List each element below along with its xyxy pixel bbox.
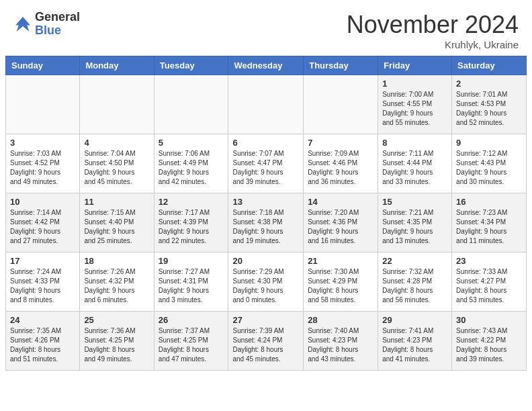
day-cell-4-0: 24Sunrise: 7:35 AM Sunset: 4:26 PM Dayli… [6, 312, 80, 371]
day-cell-0-0 [6, 75, 80, 134]
day-cell-2-1: 11Sunrise: 7:15 AM Sunset: 4:40 PM Dayli… [80, 193, 154, 253]
day-number: 20 [232, 256, 299, 266]
day-number: 13 [232, 197, 299, 207]
day-number: 17 [10, 256, 75, 266]
day-number: 3 [10, 138, 75, 148]
location: Kruhlyk, Ukraine [347, 39, 519, 50]
day-info: Sunrise: 7:07 AM Sunset: 4:47 PM Dayligh… [232, 149, 299, 187]
day-cell-1-5: 8Sunrise: 7:11 AM Sunset: 4:44 PM Daylig… [378, 134, 452, 193]
day-cell-4-1: 25Sunrise: 7:36 AM Sunset: 4:25 PM Dayli… [80, 312, 154, 371]
day-cell-3-1: 18Sunrise: 7:26 AM Sunset: 4:32 PM Dayli… [80, 253, 154, 312]
day-info: Sunrise: 7:17 AM Sunset: 4:39 PM Dayligh… [159, 208, 224, 246]
week-row-0: 1Sunrise: 7:00 AM Sunset: 4:55 PM Daylig… [6, 75, 527, 134]
day-cell-2-3: 13Sunrise: 7:18 AM Sunset: 4:38 PM Dayli… [228, 193, 304, 253]
day-cell-1-0: 3Sunrise: 7:03 AM Sunset: 4:52 PM Daylig… [6, 134, 80, 193]
day-info: Sunrise: 7:00 AM Sunset: 4:55 PM Dayligh… [382, 90, 447, 128]
header-wednesday: Wednesday [228, 56, 304, 75]
day-number: 29 [382, 315, 447, 325]
day-info: Sunrise: 7:33 AM Sunset: 4:27 PM Dayligh… [456, 267, 522, 305]
day-info: Sunrise: 7:37 AM Sunset: 4:25 PM Dayligh… [159, 326, 224, 364]
day-number: 21 [308, 256, 373, 266]
logo-general: General [35, 11, 80, 24]
day-cell-3-3: 20Sunrise: 7:29 AM Sunset: 4:30 PM Dayli… [228, 253, 304, 312]
day-cell-4-5: 29Sunrise: 7:41 AM Sunset: 4:23 PM Dayli… [378, 312, 452, 371]
day-info: Sunrise: 7:18 AM Sunset: 4:38 PM Dayligh… [232, 208, 299, 246]
day-info: Sunrise: 7:20 AM Sunset: 4:36 PM Dayligh… [308, 208, 373, 246]
day-info: Sunrise: 7:27 AM Sunset: 4:31 PM Dayligh… [159, 267, 224, 305]
day-cell-1-4: 7Sunrise: 7:09 AM Sunset: 4:46 PM Daylig… [304, 134, 378, 193]
day-cell-1-3: 6Sunrise: 7:07 AM Sunset: 4:47 PM Daylig… [228, 134, 304, 193]
day-number: 23 [456, 256, 522, 266]
day-number: 1 [382, 79, 447, 89]
day-number: 12 [159, 197, 224, 207]
day-info: Sunrise: 7:04 AM Sunset: 4:50 PM Dayligh… [84, 149, 149, 187]
day-cell-3-2: 19Sunrise: 7:27 AM Sunset: 4:31 PM Dayli… [154, 253, 228, 312]
day-info: Sunrise: 7:40 AM Sunset: 4:23 PM Dayligh… [308, 326, 373, 364]
day-info: Sunrise: 7:26 AM Sunset: 4:32 PM Dayligh… [84, 267, 149, 305]
header-sunday: Sunday [6, 56, 80, 75]
week-row-3: 17Sunrise: 7:24 AM Sunset: 4:33 PM Dayli… [6, 253, 527, 312]
day-number: 7 [308, 138, 373, 148]
day-cell-2-6: 16Sunrise: 7:23 AM Sunset: 4:34 PM Dayli… [452, 193, 527, 253]
day-number: 6 [232, 138, 299, 148]
header-monday: Monday [80, 56, 154, 75]
logo-text: General Blue [35, 11, 80, 38]
day-info: Sunrise: 7:43 AM Sunset: 4:22 PM Dayligh… [456, 326, 522, 364]
logo-icon [13, 15, 32, 34]
day-number: 5 [159, 138, 224, 148]
day-cell-3-5: 22Sunrise: 7:32 AM Sunset: 4:28 PM Dayli… [378, 253, 452, 312]
day-info: Sunrise: 7:01 AM Sunset: 4:53 PM Dayligh… [456, 90, 522, 128]
day-cell-2-5: 15Sunrise: 7:21 AM Sunset: 4:35 PM Dayli… [378, 193, 452, 253]
day-cell-1-2: 5Sunrise: 7:06 AM Sunset: 4:49 PM Daylig… [154, 134, 228, 193]
day-cell-3-6: 23Sunrise: 7:33 AM Sunset: 4:27 PM Dayli… [452, 253, 527, 312]
day-info: Sunrise: 7:36 AM Sunset: 4:25 PM Dayligh… [84, 326, 149, 364]
day-info: Sunrise: 7:14 AM Sunset: 4:42 PM Dayligh… [10, 208, 75, 246]
day-info: Sunrise: 7:23 AM Sunset: 4:34 PM Dayligh… [456, 208, 522, 246]
day-number: 28 [308, 315, 373, 325]
header-thursday: Thursday [304, 56, 378, 75]
day-cell-1-6: 9Sunrise: 7:12 AM Sunset: 4:43 PM Daylig… [452, 134, 527, 193]
header-tuesday: Tuesday [154, 56, 228, 75]
day-info: Sunrise: 7:24 AM Sunset: 4:33 PM Dayligh… [10, 267, 75, 305]
page-header: General Blue November 2024 Kruhlyk, Ukra… [0, 0, 532, 56]
day-info: Sunrise: 7:11 AM Sunset: 4:44 PM Dayligh… [382, 149, 447, 187]
day-number: 15 [382, 197, 447, 207]
day-number: 22 [382, 256, 447, 266]
day-info: Sunrise: 7:12 AM Sunset: 4:43 PM Dayligh… [456, 149, 522, 187]
day-cell-2-4: 14Sunrise: 7:20 AM Sunset: 4:36 PM Dayli… [304, 193, 378, 253]
day-info: Sunrise: 7:30 AM Sunset: 4:29 PM Dayligh… [308, 267, 373, 305]
day-cell-0-4 [304, 75, 378, 134]
day-info: Sunrise: 7:06 AM Sunset: 4:49 PM Dayligh… [159, 149, 224, 187]
day-cell-3-4: 21Sunrise: 7:30 AM Sunset: 4:29 PM Dayli… [304, 253, 378, 312]
day-info: Sunrise: 7:15 AM Sunset: 4:40 PM Dayligh… [84, 208, 149, 246]
week-row-4: 24Sunrise: 7:35 AM Sunset: 4:26 PM Dayli… [6, 312, 527, 371]
header-friday: Friday [378, 56, 452, 75]
month-title: November 2024 [347, 11, 519, 39]
day-cell-1-1: 4Sunrise: 7:04 AM Sunset: 4:50 PM Daylig… [80, 134, 154, 193]
day-cell-0-5: 1Sunrise: 7:00 AM Sunset: 4:55 PM Daylig… [378, 75, 452, 134]
day-number: 10 [10, 197, 75, 207]
day-number: 24 [10, 315, 75, 325]
day-number: 30 [456, 315, 522, 325]
week-row-1: 3Sunrise: 7:03 AM Sunset: 4:52 PM Daylig… [6, 134, 527, 193]
day-number: 25 [84, 315, 149, 325]
day-number: 14 [308, 197, 373, 207]
weekday-header-row: Sunday Monday Tuesday Wednesday Thursday… [6, 56, 527, 75]
day-cell-3-0: 17Sunrise: 7:24 AM Sunset: 4:33 PM Dayli… [6, 253, 80, 312]
day-info: Sunrise: 7:41 AM Sunset: 4:23 PM Dayligh… [382, 326, 447, 364]
day-cell-0-1 [80, 75, 154, 134]
day-number: 26 [159, 315, 224, 325]
day-cell-4-2: 26Sunrise: 7:37 AM Sunset: 4:25 PM Dayli… [154, 312, 228, 371]
header-saturday: Saturday [452, 56, 527, 75]
day-info: Sunrise: 7:03 AM Sunset: 4:52 PM Dayligh… [10, 149, 75, 187]
logo-blue: Blue [35, 24, 80, 38]
calendar-table: Sunday Monday Tuesday Wednesday Thursday… [5, 56, 527, 371]
day-number: 18 [84, 256, 149, 266]
day-info: Sunrise: 7:39 AM Sunset: 4:24 PM Dayligh… [232, 326, 299, 364]
day-info: Sunrise: 7:32 AM Sunset: 4:28 PM Dayligh… [382, 267, 447, 305]
day-info: Sunrise: 7:35 AM Sunset: 4:26 PM Dayligh… [10, 326, 75, 364]
day-cell-2-2: 12Sunrise: 7:17 AM Sunset: 4:39 PM Dayli… [154, 193, 228, 253]
day-cell-4-3: 27Sunrise: 7:39 AM Sunset: 4:24 PM Dayli… [228, 312, 304, 371]
day-cell-4-4: 28Sunrise: 7:40 AM Sunset: 4:23 PM Dayli… [304, 312, 378, 371]
day-cell-0-6: 2Sunrise: 7:01 AM Sunset: 4:53 PM Daylig… [452, 75, 527, 134]
